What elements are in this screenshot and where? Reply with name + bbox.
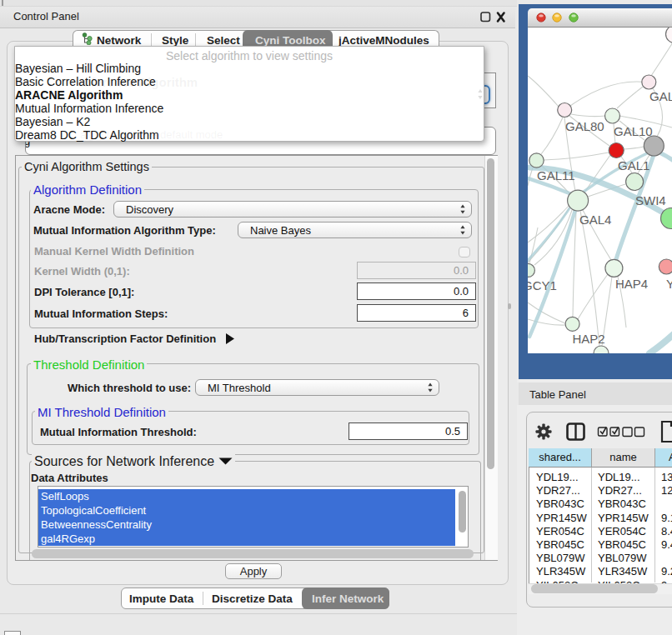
svg-text:HAP4: HAP4: [615, 277, 648, 291]
svg-text:Y: Y: [666, 277, 672, 291]
svg-text:GCY1: GCY1: [528, 278, 557, 292]
svg-text:GAL1: GAL1: [618, 158, 649, 172]
svg-text:GAL80: GAL80: [565, 119, 604, 133]
svg-text:SWI4: SWI4: [635, 193, 666, 208]
svg-text:HAP2: HAP2: [573, 332, 605, 346]
svg-text:GAL: GAL: [649, 89, 672, 103]
svg-text:GAL4: GAL4: [579, 212, 611, 227]
svg-text:GAL10: GAL10: [614, 124, 653, 138]
svg-text:GAL11: GAL11: [537, 168, 575, 182]
